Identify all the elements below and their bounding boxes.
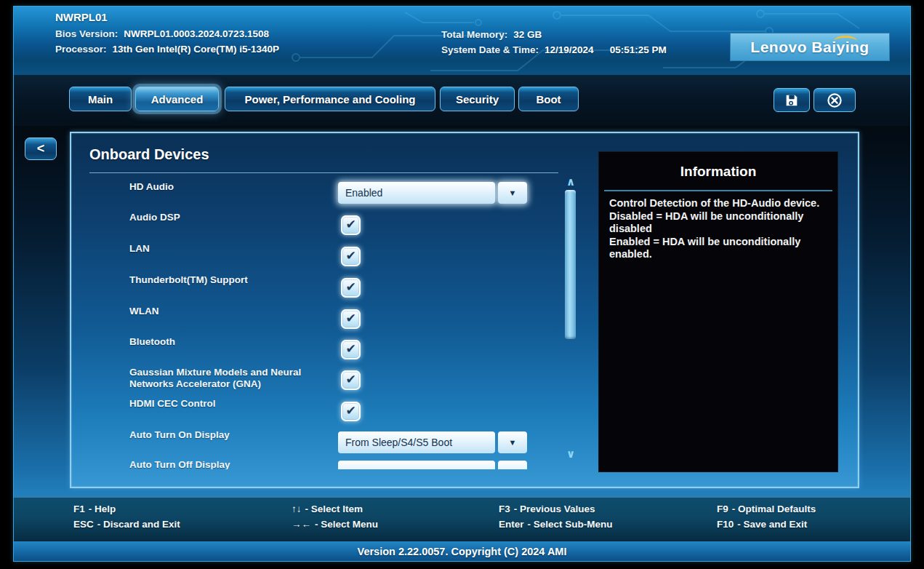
tab-boot[interactable]: Boot: [518, 87, 579, 111]
system-info-block: NWRPL01 Bios Version:NWRPL01.0003.2024.0…: [55, 11, 279, 57]
back-button[interactable]: <: [25, 138, 57, 160]
check-icon: ✔: [345, 312, 355, 325]
left-right-arrows-icon: →←: [292, 519, 311, 530]
help-item-select-menu: →←- Select Menu: [292, 519, 378, 534]
check-icon: ✔: [345, 373, 355, 386]
tab-bar: Main Advanced Power, Performance and Coo…: [14, 75, 910, 126]
setting-label: HD Audio: [129, 181, 326, 193]
help-item-f1: F1- Help: [73, 504, 180, 519]
main-area: < Onboard Devices HD Audio Enabled ▼ Aud…: [14, 126, 910, 497]
info-line: Enabled = HDA will be unconditionally: [609, 236, 832, 249]
close-circle-icon: [826, 92, 843, 109]
chevron-down-icon: ▼: [509, 188, 517, 197]
setting-row-audio-dsp: Audio DSP ✔: [129, 212, 595, 241]
model-name: NWRPL01: [55, 11, 279, 23]
info-line: enabled.: [609, 248, 832, 261]
back-icon: <: [37, 141, 45, 156]
bios-window: NWRPL01 Bios Version:NWRPL01.0003.2024.0…: [13, 6, 911, 562]
datetime-label: System Date & Time:: [441, 44, 539, 55]
setting-row-gna: Gaussian Mixture Models and Neural Netwo…: [129, 367, 595, 396]
onboard-devices-panel: Onboard Devices HD Audio Enabled ▼ Audio…: [70, 132, 859, 488]
setting-row-hdmi-cec: HDMI CEC Control ✔: [129, 398, 595, 427]
scrollbar-thumb[interactable]: [565, 190, 576, 339]
check-icon: ✔: [345, 281, 355, 293]
help-item-select-item: ↑↓- Select Item: [292, 504, 378, 519]
total-memory-row: Total Memory:32 GB: [441, 27, 667, 42]
info-line: disabled: [609, 223, 832, 236]
bios-version-row: Bios Version:NWRPL01.0003.2024.0723.1508: [55, 26, 279, 41]
setting-label: WLAN: [129, 306, 326, 317]
setting-label: Bluetooth: [129, 336, 326, 348]
time-value: 05:51:25 PM: [610, 44, 667, 55]
logo-yellow-accent: [834, 36, 857, 47]
tab-advanced[interactable]: Advanced: [135, 87, 219, 111]
memory-datetime-block: Total Memory:32 GB System Date & Time:12…: [441, 27, 667, 57]
exit-button[interactable]: [813, 88, 856, 112]
checkbox-gna[interactable]: ✔: [341, 370, 361, 390]
help-column-3: F3- Previous Values Enter- Select Sub-Me…: [499, 504, 613, 534]
dropdown-arrow-button[interactable]: ▼: [498, 461, 527, 469]
total-memory-label: Total Memory:: [441, 29, 507, 40]
chevron-down-icon: ▼: [509, 467, 517, 469]
tab-power-performance-cooling[interactable]: Power, Performance and Cooling: [225, 87, 435, 111]
total-memory-value: 32 GB: [513, 29, 542, 40]
check-icon: ✔: [345, 250, 355, 262]
help-item-enter: Enter- Select Sub-Menu: [499, 519, 613, 534]
setting-row-wlan: WLAN ✔: [129, 306, 595, 335]
processor-row: Processor:13th Gen Intel(R) Core(TM) i5-…: [55, 41, 279, 57]
checkbox-wlan[interactable]: ✔: [341, 309, 361, 329]
help-column-1: F1- Help ESC- Discard and Exit: [73, 504, 180, 534]
information-text: Control Detection of the HD-Audio device…: [609, 197, 832, 261]
title-divider: [89, 172, 558, 173]
tab-security[interactable]: Security: [440, 87, 515, 111]
setting-row-hd-audio: HD Audio Enabled ▼: [129, 181, 595, 210]
dropdown-auto-turn-on-display[interactable]: From Sleep/S4/S5 Boot: [338, 431, 495, 453]
scroll-up-button[interactable]: ∧: [563, 175, 578, 188]
setting-label: Auto Turn On Display: [129, 429, 326, 441]
help-bar: F1- Help ESC- Discard and Exit ↑↓- Selec…: [14, 497, 910, 541]
setting-label: Audio DSP: [129, 212, 326, 223]
information-panel: Information Control Detection of the HD-…: [598, 151, 838, 472]
help-item-f9: F9- Optimal Defaults: [717, 504, 816, 519]
processor-label: Processor:: [55, 44, 107, 55]
info-line: Control Detection of the HD-Audio device…: [609, 197, 832, 210]
bios-version-value: NWRPL01.0003.2024.0723.1508: [124, 28, 269, 39]
checkbox-bluetooth[interactable]: ✔: [341, 340, 361, 359]
lenovo-baiying-logo: Lenovo Baiying: [730, 33, 890, 61]
setting-label: Gaussian Mixture Models and Neural Netwo…: [129, 367, 326, 390]
bios-version-label: Bios Version:: [55, 28, 118, 39]
save-button[interactable]: [774, 88, 810, 112]
checkbox-hdmi-cec[interactable]: ✔: [341, 402, 361, 421]
setting-row-auto-turn-on-display: Auto Turn On Display From Sleep/S4/S5 Bo…: [129, 429, 595, 458]
setting-row-thunderbolt: Thunderbolt(TM) Support ✔: [129, 274, 595, 303]
datetime-row: System Date & Time:12/19/202405:51:25 PM: [441, 42, 667, 57]
dropdown-arrow-button[interactable]: ▼: [498, 182, 527, 204]
header: NWRPL01 Bios Version:NWRPL01.0003.2024.0…: [14, 7, 910, 75]
version-bar: Version 2.22.0057. Copyright (C) 2024 AM…: [14, 541, 910, 561]
setting-row-bluetooth: Bluetooth ✔: [129, 336, 595, 365]
processor-value: 13th Gen Intel(R) Core(TM) i5-1340P: [113, 44, 280, 55]
tab-main[interactable]: Main: [69, 87, 132, 111]
setting-label: Thunderbolt(TM) Support: [129, 274, 326, 286]
date-value: 12/19/2024: [545, 44, 594, 55]
dropdown-hd-audio[interactable]: Enabled: [338, 182, 495, 204]
chevron-down-icon: ▼: [509, 438, 517, 447]
checkbox-audio-dsp[interactable]: ✔: [341, 215, 361, 235]
dropdown-auto-turn-off-display[interactable]: [338, 461, 495, 469]
setting-row-lan: LAN ✔: [129, 243, 595, 272]
help-item-f3: F3- Previous Values: [499, 504, 613, 519]
checkbox-thunderbolt[interactable]: ✔: [341, 278, 361, 298]
scroll-down-icon: ∨: [566, 447, 575, 460]
setting-label: LAN: [129, 243, 326, 255]
check-icon: ✔: [345, 218, 355, 231]
info-line: Disabled = HDA will be unconditionally: [609, 210, 832, 223]
up-down-arrows-icon: ↑↓: [292, 504, 302, 514]
page-title: Onboard Devices: [89, 146, 209, 163]
scroll-down-button[interactable]: ∨: [563, 447, 578, 461]
help-item-f10: F10- Save and Exit: [717, 519, 816, 534]
information-divider: [604, 190, 832, 191]
scroll-up-icon: ∧: [566, 175, 575, 188]
help-item-esc: ESC- Discard and Exit: [73, 519, 180, 534]
dropdown-arrow-button[interactable]: ▼: [498, 431, 527, 453]
checkbox-lan[interactable]: ✔: [341, 247, 361, 266]
